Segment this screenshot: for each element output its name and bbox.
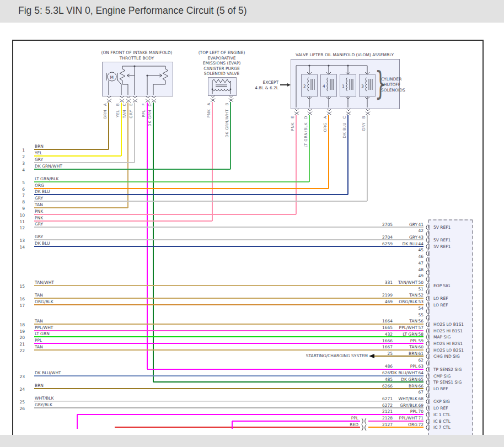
left-row-wire bbox=[34, 155, 121, 157]
wire-color-label: DK BLU bbox=[35, 189, 50, 194]
left-row-wire bbox=[34, 220, 212, 222]
wire-color-label: DK BLU bbox=[35, 241, 50, 246]
wire-color-label: GRY bbox=[35, 234, 43, 239]
wire-exit-connector-icon bbox=[151, 95, 157, 103]
pin-signal-label: LO REF bbox=[433, 386, 448, 391]
left-row-wire bbox=[34, 214, 296, 215]
pin-number: 54 bbox=[412, 306, 423, 311]
wire-exit-connector-icon bbox=[106, 95, 112, 103]
wire-color-label: GRY bbox=[35, 222, 43, 227]
pin-signal-label: LO REF bbox=[433, 303, 448, 308]
pin-number: 45 bbox=[412, 247, 423, 252]
page-title: Fig 5: 5.3L VIN 0, Engine Performance Ci… bbox=[18, 5, 247, 17]
wire-exit-connector-icon bbox=[119, 95, 125, 103]
wire-color-label: ORG/BLK bbox=[35, 299, 53, 304]
pin-signal-label: HO2S HI B1S1 bbox=[433, 328, 463, 333]
row-number: 2 bbox=[14, 154, 25, 159]
pin-connector-icon bbox=[424, 224, 430, 230]
pin-signal-label: HO2S LO B2S1 bbox=[433, 348, 464, 353]
right-arrow-icon bbox=[287, 83, 291, 87]
left-row-wire bbox=[34, 188, 329, 189]
cylinder-shutoff-label: SOLENOIDS bbox=[381, 88, 405, 93]
pin-wire bbox=[34, 298, 423, 299]
wire-exit-connector-icon bbox=[294, 108, 299, 115]
left-row-wire bbox=[34, 207, 128, 208]
wire-exit-connector-icon bbox=[145, 95, 151, 103]
row-number: 20 bbox=[14, 335, 25, 340]
component-wire bbox=[121, 103, 122, 156]
splice-feed-wire bbox=[115, 427, 360, 428]
wire-color-vertical-label: DK GRN/WHT bbox=[225, 109, 230, 138]
pin-connector-icon bbox=[424, 386, 430, 392]
wire-color-label: BRN bbox=[35, 144, 44, 149]
pin-wire bbox=[34, 246, 423, 247]
evap-name-line: CANISTER PURGE bbox=[194, 66, 249, 71]
pin-connector-icon bbox=[424, 418, 430, 424]
wire-color-vertical-label: GRY bbox=[362, 122, 367, 131]
pin-wire bbox=[368, 427, 423, 428]
pin-number: 49 bbox=[412, 273, 423, 278]
wire-pin-letter: B bbox=[116, 103, 121, 106]
wire-color-label: YEL bbox=[35, 150, 42, 155]
wire-color-vertical-label: ORG bbox=[323, 122, 328, 132]
wire-color-label: GRY/BLK bbox=[35, 402, 52, 407]
row-number: 9 bbox=[14, 206, 25, 211]
pin-connector-icon bbox=[424, 308, 430, 314]
pin-wire bbox=[34, 343, 423, 344]
left-row-wire bbox=[34, 169, 230, 170]
pin-signal-label: IC 8 CTL bbox=[433, 419, 451, 424]
wire-exit-connector-icon bbox=[126, 95, 131, 103]
pin-signal-label: 5V REF1 bbox=[433, 225, 451, 230]
wire-color-vertical-label: GRY bbox=[129, 110, 134, 119]
pin-number: 67 bbox=[412, 390, 423, 395]
wire-color-label: TAN bbox=[35, 293, 43, 298]
pin-wire bbox=[34, 388, 423, 389]
pin-connector-icon bbox=[424, 341, 430, 347]
pin-wire bbox=[34, 375, 423, 376]
wire-color-label: BRN bbox=[35, 383, 44, 388]
row-number: 24 bbox=[14, 387, 25, 392]
pin-wire bbox=[368, 421, 423, 422]
except-note: 4.8L & 6.2L bbox=[237, 85, 278, 90]
pin-connector-icon bbox=[424, 367, 430, 373]
wire-pin-letter: C bbox=[122, 103, 127, 106]
pin-signal-label: 5V REF1 bbox=[433, 238, 451, 243]
throttle-location-label: (ON FRONT OF INTAKE MANIFOLD) bbox=[88, 50, 185, 55]
pin-connector-icon bbox=[424, 347, 430, 353]
wire-color-vertical-label: YEL bbox=[116, 110, 121, 117]
pin-wire bbox=[34, 324, 423, 325]
wire-color-label: PPL/WHT bbox=[35, 325, 53, 330]
wire-color-label: PNK bbox=[35, 209, 43, 214]
wire-color-label: LT GRN/BLK bbox=[35, 176, 59, 181]
wire-color-label: GRY bbox=[35, 196, 43, 201]
cutoff-wire bbox=[232, 421, 233, 429]
pin-connector-icon bbox=[424, 302, 430, 308]
wire-pin-letter: A bbox=[207, 103, 212, 105]
pin-connector-icon bbox=[424, 412, 430, 418]
component-wire bbox=[147, 103, 148, 369]
row-number: 8 bbox=[14, 200, 25, 204]
throttle-body-box: M bbox=[102, 62, 173, 96]
pin-wire bbox=[147, 369, 423, 370]
pin-number: 62 bbox=[412, 358, 423, 363]
pin-connector-icon bbox=[424, 250, 430, 256]
pin-signal-label: CKP SIG bbox=[433, 399, 450, 404]
wire-pin-letter: D bbox=[148, 103, 153, 106]
pin-connector-icon bbox=[424, 289, 430, 295]
row-number: 5 bbox=[14, 180, 25, 185]
pin-number: 47 bbox=[412, 261, 423, 266]
splice-icon bbox=[360, 424, 368, 431]
row-number: 21 bbox=[14, 342, 25, 347]
pin-connector-icon bbox=[424, 237, 430, 243]
left-row-wire bbox=[34, 201, 367, 202]
motor-icon: M bbox=[110, 75, 114, 80]
wire-color-vertical-label: DK GRN bbox=[148, 110, 153, 127]
pin-wire bbox=[34, 407, 423, 408]
pin-wire bbox=[77, 414, 423, 415]
pin-number: 46 bbox=[412, 254, 423, 259]
pin-wire bbox=[34, 239, 423, 240]
solenoid-number: 3 bbox=[361, 84, 364, 89]
wire-color-vertical-label: PNK bbox=[291, 122, 296, 131]
pin-number: 51 bbox=[412, 287, 423, 292]
pin-connector-icon bbox=[424, 321, 430, 327]
